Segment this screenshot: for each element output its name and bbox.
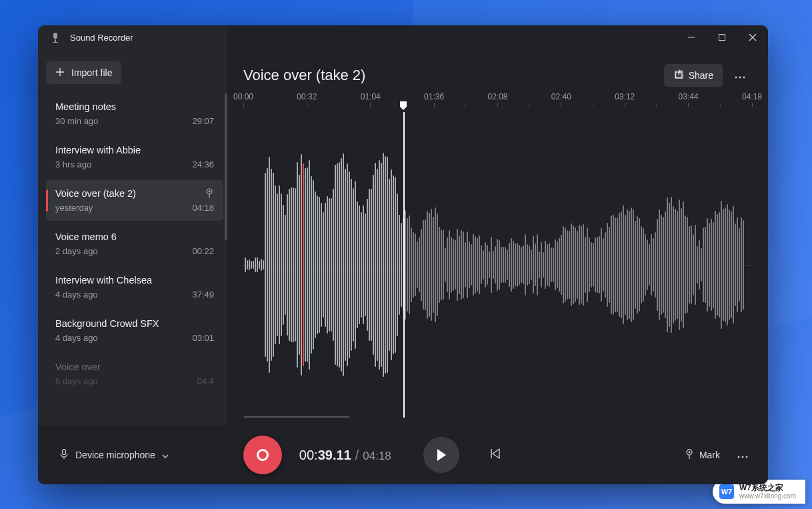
- recording-item[interactable]: Meeting notes30 min ago29:07: [46, 93, 223, 134]
- waveform-bar: [523, 245, 524, 284]
- waveform-bar: [711, 219, 712, 310]
- waveform-bar: [327, 196, 328, 334]
- recording-item-title: Interview with Abbie: [55, 145, 214, 155]
- waveform-bar: [273, 173, 274, 356]
- waveform-bar: [489, 251, 490, 278]
- ruler-tick-label: 00:00: [233, 92, 253, 101]
- waveform-bar: [547, 244, 548, 286]
- waveform-bar: [453, 239, 454, 291]
- recording-item[interactable]: Voice memo 62 days ago00:22: [46, 223, 223, 264]
- waveform-bar: [593, 243, 594, 287]
- waveform-bar: [689, 226, 690, 304]
- waveform-bar: [435, 207, 436, 322]
- waveform-bar: [699, 240, 700, 289]
- waveform-bar: [263, 260, 264, 269]
- waveform-bar: [401, 223, 402, 306]
- waveform-bar: [259, 261, 260, 270]
- waveform-area[interactable]: [243, 112, 752, 418]
- recording-item-duration: 37:49: [192, 290, 214, 300]
- waveform-bar: [417, 241, 418, 288]
- waveform-bar: [315, 191, 316, 338]
- close-button[interactable]: [737, 25, 768, 49]
- horizontal-scrollbar[interactable]: [243, 416, 350, 418]
- waveform-bar: [493, 251, 494, 280]
- waveform-bar: [321, 203, 322, 328]
- waveform-bar: [385, 156, 386, 374]
- minimize-button[interactable]: [676, 25, 707, 49]
- waveform-bar: [665, 211, 666, 318]
- waveform-bar: [335, 165, 336, 365]
- waveform-bar: [517, 243, 518, 286]
- recording-item[interactable]: Voice over6 days ago04:4: [46, 354, 223, 394]
- waveform-bar: [245, 258, 246, 272]
- recording-item-title: Voice over: [55, 362, 214, 372]
- svg-point-20: [738, 456, 740, 458]
- waveform-bar: [381, 163, 382, 367]
- waveform-bar: [667, 197, 668, 333]
- waveform-bar: [387, 157, 388, 372]
- waveform-bar: [605, 232, 606, 298]
- mark-label: Mark: [699, 450, 720, 460]
- skip-back-icon: [489, 448, 501, 459]
- waveform-bar: [409, 215, 410, 314]
- waveform-bar: [289, 189, 290, 340]
- waveform-bar: [247, 260, 248, 269]
- waveform-bar: [341, 158, 342, 372]
- record-button[interactable]: [243, 436, 282, 474]
- waveform-bar: [613, 215, 614, 315]
- import-file-button[interactable]: Import file: [46, 61, 121, 84]
- waveform-bar: [457, 229, 458, 301]
- share-button[interactable]: Share: [664, 64, 723, 87]
- ruler-tick: 01:36: [424, 92, 444, 107]
- playhead-handle[interactable]: [399, 101, 407, 111]
- waveform-bar: [281, 193, 282, 336]
- waveform-bar: [727, 204, 728, 326]
- waveform-bar: [303, 163, 304, 366]
- waveform-bar: [645, 234, 646, 295]
- timeline-ruler[interactable]: 00:0000:3201:0401:3602:0802:4003:1203:44…: [243, 92, 752, 112]
- time-total: 04:18: [363, 450, 391, 463]
- waveform-bar: [299, 175, 300, 354]
- waveform-bar: [597, 237, 598, 292]
- waveform-bar: [611, 215, 612, 314]
- waveform-bar: [439, 227, 440, 302]
- waveform-bar: [313, 180, 314, 350]
- waveform-bar: [509, 243, 510, 287]
- waveform-bar: [459, 235, 460, 294]
- mark-button[interactable]: Mark: [678, 444, 727, 467]
- recording-item-title: Voice memo 6: [55, 231, 214, 242]
- ruler-tick-label: 00:32: [297, 92, 317, 101]
- recording-item-time-ago: 4 days ago: [55, 333, 98, 343]
- mic-label: Device microphone: [75, 450, 155, 460]
- recording-item-duration: 29:07: [192, 116, 214, 126]
- recording-item[interactable]: Voice over (take 2)yesterday04:18: [46, 180, 223, 221]
- recording-item[interactable]: Background Crowd SFX4 days ago03:01: [46, 310, 223, 351]
- microphone-icon: [59, 449, 69, 462]
- waveform-bar: [441, 229, 442, 300]
- maximize-button[interactable]: [707, 25, 737, 49]
- waveform-bar: [647, 239, 648, 290]
- waveform-bar: [433, 217, 434, 314]
- waveform-bar: [379, 160, 380, 369]
- waveform-bar: [587, 227, 588, 302]
- mic-selector[interactable]: Device microphone: [51, 444, 177, 467]
- waveform-bar: [425, 219, 426, 311]
- waveform-bar: [603, 238, 604, 292]
- waveform-bar: [471, 244, 472, 285]
- transport-more-button[interactable]: [731, 445, 755, 465]
- waveform-bar: [675, 209, 676, 322]
- waveform-bar: [411, 227, 412, 302]
- skip-back-button[interactable]: [483, 443, 506, 467]
- header-more-button[interactable]: [728, 65, 752, 85]
- play-button[interactable]: [423, 437, 459, 473]
- waveform-bar: [349, 171, 350, 359]
- waveform-bar: [333, 189, 334, 341]
- waveform-bar: [633, 209, 634, 320]
- recording-item[interactable]: Interview with Chelsea4 days ago37:49: [46, 267, 223, 308]
- waveform-bar: [297, 162, 298, 368]
- waveform-bar: [739, 228, 740, 301]
- recording-item[interactable]: Interview with Abbie3 hrs ago24:36: [46, 137, 223, 177]
- waveform-bar: [681, 208, 682, 322]
- import-label: Import file: [71, 67, 112, 78]
- svg-rect-2: [53, 42, 58, 43]
